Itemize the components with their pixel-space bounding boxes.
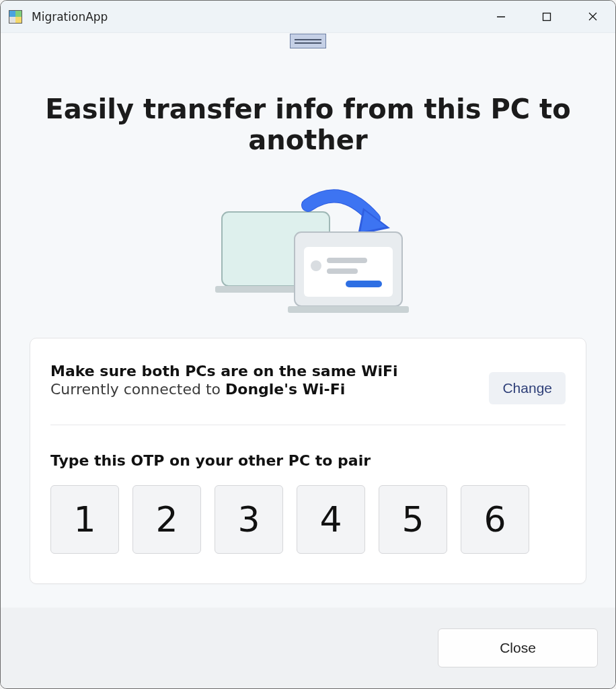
svg-rect-13 (346, 281, 382, 287)
maximize-button[interactable] (524, 1, 570, 32)
close-icon (588, 11, 598, 22)
app-title: MigrationApp (32, 10, 108, 24)
otp-digit-4: 4 (297, 485, 365, 554)
svg-rect-12 (327, 268, 358, 274)
app-icon (9, 10, 22, 24)
footer: Close (1, 608, 615, 688)
content-area: Easily transfer info from this PC to ano… (1, 33, 615, 608)
svg-rect-14 (288, 306, 409, 313)
wifi-status-prefix: Currently connected to (50, 381, 225, 398)
otp-digit-1: 1 (50, 485, 119, 554)
wifi-status: Currently connected to Dongle's Wi-Fi (50, 381, 475, 398)
otp-heading: Type this OTP on your other PC to pair (50, 452, 566, 469)
titlebar: MigrationApp (1, 1, 615, 33)
otp-digit-6: 6 (461, 485, 529, 554)
app-window: MigrationApp Easily transfer info from t… (0, 0, 616, 689)
otp-row: 1 2 3 4 5 6 (50, 485, 566, 554)
otp-digit-2: 2 (132, 485, 201, 554)
svg-point-10 (311, 260, 321, 271)
change-wifi-button[interactable]: Change (489, 372, 566, 404)
otp-digit-3: 3 (215, 485, 283, 554)
minimize-icon (496, 12, 506, 22)
grip-handle (290, 34, 326, 48)
window-controls (478, 1, 615, 32)
page-title: Easily transfer info from this PC to ano… (1, 94, 615, 155)
wifi-row: Make sure both PCs are on the same WiFi … (50, 363, 566, 404)
maximize-icon (542, 12, 551, 22)
wifi-network-name: Dongle's Wi-Fi (225, 381, 345, 398)
close-window-button[interactable] (570, 1, 615, 32)
divider (50, 425, 566, 425)
otp-digit-5: 5 (379, 485, 447, 554)
minimize-button[interactable] (478, 1, 524, 32)
transfer-illustration (207, 185, 409, 319)
close-button[interactable]: Close (438, 628, 598, 667)
pairing-card: Make sure both PCs are on the same WiFi … (30, 338, 586, 584)
wifi-heading: Make sure both PCs are on the same WiFi (50, 363, 475, 379)
svg-rect-11 (327, 258, 367, 263)
svg-rect-1 (543, 13, 551, 20)
